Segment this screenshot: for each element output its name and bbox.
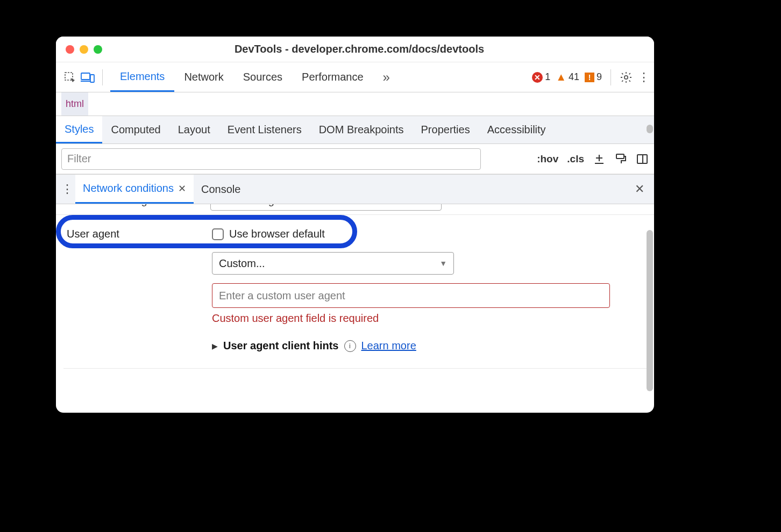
subtab-dom-breakpoints[interactable]: DOM Breakpoints [310, 116, 413, 143]
svg-rect-1 [81, 73, 90, 80]
user-agent-section: User agent Use browser default Custom...… [56, 215, 654, 379]
issues-status[interactable]: ! 9 [585, 71, 602, 83]
scrollbar-thumb[interactable] [647, 230, 653, 391]
tab-elements[interactable]: Elements [110, 62, 174, 92]
network-throttling-row: Network throttling No throttling [56, 204, 654, 215]
issues-count: 9 [597, 71, 602, 83]
user-agent-select[interactable]: Custom... ▼ [212, 252, 454, 275]
drawer-tabs: ⋮ Network conditions ✕ Console ✕ [56, 174, 654, 204]
tab-sources[interactable]: Sources [233, 62, 292, 92]
subtab-properties[interactable]: Properties [413, 116, 479, 143]
select-value: Custom... [219, 257, 265, 270]
subtab-styles[interactable]: Styles [56, 116, 102, 143]
separator [102, 69, 103, 85]
close-icon[interactable]: ✕ [178, 183, 186, 195]
issues-icon: ! [585, 73, 594, 82]
traffic-lights [66, 45, 102, 54]
main-toolbar: Elements Network Sources Performance » ✕… [56, 62, 654, 92]
minimize-window-button[interactable] [80, 45, 88, 54]
devtools-window: DevTools - developer.chrome.com/docs/dev… [56, 37, 654, 413]
subtab-accessibility[interactable]: Accessibility [479, 116, 555, 143]
tabs-overflow-button[interactable]: » [373, 62, 400, 92]
custom-user-agent-input[interactable] [212, 283, 610, 308]
paint-icon[interactable] [614, 153, 627, 166]
learn-more-link[interactable]: Learn more [361, 340, 416, 352]
styles-filter-row: :hov .cls [56, 144, 654, 174]
svg-rect-8 [616, 154, 624, 159]
errors-count: 1 [545, 71, 550, 83]
subtab-computed[interactable]: Computed [102, 116, 169, 143]
scrollbar-thumb[interactable] [647, 125, 653, 133]
subtab-event-listeners[interactable]: Event Listeners [219, 116, 310, 143]
tab-performance[interactable]: Performance [292, 62, 373, 92]
breadcrumb-html[interactable]: html [61, 92, 88, 116]
info-icon[interactable]: i [344, 340, 356, 352]
inspect-icon[interactable] [63, 71, 76, 84]
window-title: DevTools - developer.chrome.com/docs/dev… [102, 43, 654, 55]
zoom-window-button[interactable] [94, 45, 102, 54]
separator [63, 368, 647, 369]
use-browser-default-checkbox[interactable]: Use browser default [212, 228, 325, 240]
separator [610, 69, 611, 85]
close-window-button[interactable] [66, 45, 74, 54]
user-agent-row: User agent Use browser default [63, 228, 647, 240]
gear-icon[interactable] [620, 71, 633, 84]
toolbar-status: ✕ 1 ▲ 41 ! 9 ⋮ [532, 69, 650, 85]
warning-icon: ▲ [556, 71, 566, 83]
errors-status[interactable]: ✕ 1 [532, 71, 550, 83]
user-agent-label: User agent [63, 228, 202, 240]
throttling-select[interactable]: No throttling [210, 204, 442, 211]
hov-toggle[interactable]: :hov [537, 153, 558, 165]
subtab-layout[interactable]: Layout [169, 116, 219, 143]
tab-network[interactable]: Network [174, 62, 233, 92]
new-rule-icon[interactable] [593, 153, 606, 166]
warnings-status[interactable]: ▲ 41 [556, 71, 579, 83]
drawer-kebab-icon[interactable]: ⋮ [59, 175, 75, 204]
network-throttling-label: Network throttling [63, 204, 209, 207]
svg-point-4 [624, 75, 628, 78]
device-toolbar-icon[interactable] [81, 71, 95, 83]
warnings-count: 41 [569, 71, 579, 83]
client-hints-row[interactable]: ▶ User agent client hints i Learn more [212, 340, 647, 352]
styles-filter-input[interactable] [61, 148, 481, 170]
error-icon: ✕ [532, 72, 543, 83]
dom-breadcrumb: html [56, 92, 654, 116]
user-agent-error: Custom user agent field is required [212, 312, 647, 325]
elements-subtabs: Styles Computed Layout Event Listeners D… [56, 116, 654, 144]
styles-tools: :hov .cls [537, 153, 649, 166]
scrollbar[interactable] [645, 123, 654, 413]
checkbox-icon [212, 228, 224, 240]
drawer-tab-label: Console [201, 183, 240, 196]
disclosure-triangle-icon: ▶ [212, 342, 218, 350]
drawer-tab-console[interactable]: Console [194, 175, 248, 204]
client-hints-label: User agent client hints [223, 340, 339, 352]
drawer-tab-label: Network conditions [83, 182, 174, 195]
cls-toggle[interactable]: .cls [567, 153, 584, 165]
kebab-icon[interactable]: ⋮ [638, 70, 650, 84]
svg-rect-3 [90, 75, 94, 82]
chevron-down-icon: ▼ [439, 259, 447, 268]
throttling-value: No throttling [216, 204, 274, 207]
main-tabs: Elements Network Sources Performance » [110, 62, 400, 92]
drawer-tab-network-conditions[interactable]: Network conditions ✕ [75, 175, 194, 204]
titlebar: DevTools - developer.chrome.com/docs/dev… [56, 37, 654, 62]
checkbox-label: Use browser default [229, 228, 325, 240]
